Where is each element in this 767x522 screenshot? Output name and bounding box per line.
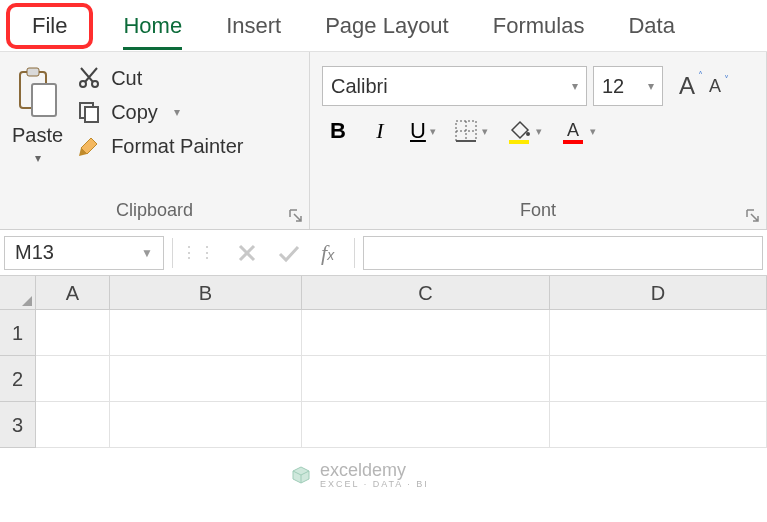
font-color-icon: A (560, 118, 586, 144)
chevron-down-icon[interactable]: ▼ (141, 246, 153, 260)
separator (354, 238, 355, 268)
grip-dots: ⋮⋮ (181, 243, 217, 262)
paintbrush-icon (77, 134, 101, 158)
svg-rect-14 (563, 140, 583, 144)
name-box[interactable]: M13 ▼ (4, 236, 164, 270)
tab-page-layout[interactable]: Page Layout (303, 3, 471, 49)
svg-rect-2 (32, 84, 56, 116)
format-painter-button[interactable]: Format Painter (77, 134, 243, 158)
svg-rect-12 (509, 140, 529, 144)
svg-text:A: A (567, 120, 579, 140)
chevron-down-icon[interactable]: ▾ (174, 105, 180, 119)
italic-label: I (376, 118, 383, 144)
tab-file[interactable]: File (6, 3, 93, 49)
dialog-launcher-icon[interactable] (289, 209, 303, 223)
row-header[interactable]: 2 (0, 356, 36, 402)
dialog-launcher-icon[interactable] (746, 209, 760, 223)
copy-label: Copy (111, 101, 158, 124)
cell[interactable] (36, 356, 110, 402)
increase-font-icon[interactable]: A˄ (679, 72, 695, 100)
column-header[interactable]: D (550, 276, 767, 310)
scissors-icon (77, 66, 101, 90)
cut-button[interactable]: Cut (77, 66, 243, 90)
cell[interactable] (550, 402, 767, 448)
fill-color-button[interactable]: ▾ (506, 118, 542, 144)
decrease-font-icon[interactable]: A˅ (709, 76, 721, 97)
group-font: Calibri ▾ 12 ▾ A˄ A˅ B I U▾ ▾ (310, 52, 767, 229)
tab-formulas[interactable]: Formulas (471, 3, 607, 49)
format-painter-label: Format Painter (111, 135, 243, 158)
font-size-select[interactable]: 12 ▾ (593, 66, 663, 106)
paste-button[interactable]: Paste ▾ (12, 60, 63, 165)
row-header[interactable]: 1 (0, 310, 36, 356)
bold-button[interactable]: B (326, 118, 350, 144)
paste-label: Paste (12, 124, 63, 147)
font-name-value: Calibri (331, 75, 388, 98)
tab-insert[interactable]: Insert (204, 3, 303, 49)
chevron-down-icon: ▾ (572, 79, 578, 93)
cell[interactable] (302, 310, 550, 356)
select-all-corner[interactable] (0, 276, 36, 310)
watermark-tagline: EXCEL · DATA · BI (320, 479, 429, 489)
font-name-select[interactable]: Calibri ▾ (322, 66, 587, 106)
tab-home[interactable]: Home (101, 3, 204, 49)
chevron-down-icon: ▾ (648, 79, 654, 93)
bucket-icon (506, 118, 532, 144)
font-size-value: 12 (602, 75, 624, 98)
borders-icon (454, 119, 478, 143)
group-clipboard: Paste ▾ Cut Copy ▾ Format Painter C (0, 52, 310, 229)
separator (172, 238, 173, 268)
svg-point-11 (526, 132, 530, 136)
column-header[interactable]: A (36, 276, 110, 310)
cancel-icon[interactable] (237, 243, 257, 263)
cell[interactable] (36, 310, 110, 356)
cell[interactable] (302, 402, 550, 448)
font-color-button[interactable]: A ▾ (560, 118, 596, 144)
group-title-font: Font (322, 200, 754, 225)
watermark-brand: exceldemy (320, 460, 406, 480)
bold-label: B (330, 118, 346, 144)
italic-button[interactable]: I (368, 118, 392, 144)
formula-input[interactable] (363, 236, 763, 270)
enter-icon[interactable] (277, 243, 301, 263)
cut-label: Cut (111, 67, 142, 90)
svg-rect-6 (85, 107, 98, 122)
svg-rect-1 (27, 68, 39, 76)
name-box-value: M13 (15, 241, 54, 264)
copy-button[interactable]: Copy ▾ (77, 100, 243, 124)
cell[interactable] (110, 402, 302, 448)
tab-data[interactable]: Data (606, 3, 696, 49)
fx-icon[interactable]: fx (321, 240, 334, 266)
clipboard-icon (16, 66, 60, 120)
chevron-down-icon[interactable]: ▾ (35, 151, 41, 165)
cell[interactable] (110, 310, 302, 356)
cell[interactable] (550, 310, 767, 356)
underline-button[interactable]: U▾ (410, 118, 436, 144)
cell[interactable] (110, 356, 302, 402)
group-title-clipboard: Clipboard (12, 200, 297, 225)
borders-button[interactable]: ▾ (454, 119, 488, 143)
watermark: exceldemy EXCEL · DATA · BI (290, 460, 429, 489)
logo-icon (290, 464, 312, 486)
row-header[interactable]: 3 (0, 402, 36, 448)
underline-label: U (410, 118, 426, 144)
cell[interactable] (550, 356, 767, 402)
spreadsheet-grid: A B C D 1 2 3 (0, 276, 767, 448)
cell[interactable] (36, 402, 110, 448)
column-header[interactable]: C (302, 276, 550, 310)
column-header[interactable]: B (110, 276, 302, 310)
copy-icon (77, 100, 101, 124)
cell[interactable] (302, 356, 550, 402)
